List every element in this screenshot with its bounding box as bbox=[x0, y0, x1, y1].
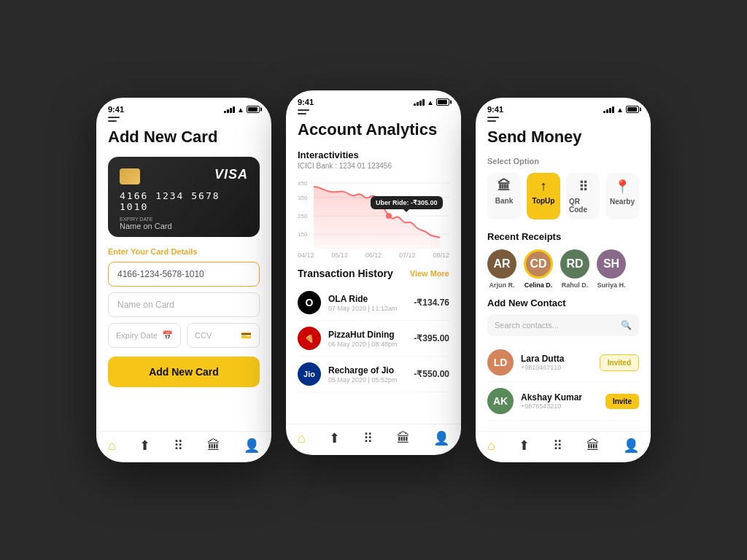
menu-icon-1[interactable] bbox=[96, 117, 271, 128]
avatar-arjun[interactable]: AR Arjun R. bbox=[487, 249, 516, 289]
phone-analytics: 9:41 ▲ Account Analytics Interactivities… bbox=[286, 90, 461, 455]
home-icon-3: ⌂ bbox=[487, 438, 495, 454]
contact-lara: LD Lara Dutta +9810467110 Invited bbox=[487, 343, 639, 382]
card-visual: VISA 4166 1234 5678 1010 Expiry Date Nam… bbox=[108, 157, 260, 237]
menu-icon-3[interactable] bbox=[476, 117, 651, 128]
transaction-ola: O OLA Ride 07 May 2020 | 11:12am -₹134.7… bbox=[298, 285, 449, 321]
qr-icon-1: ⠿ bbox=[174, 438, 183, 454]
add-card-title: Add New Card bbox=[108, 128, 260, 147]
wifi-icon-2: ▲ bbox=[427, 98, 434, 106]
rahul-avatar: RD bbox=[560, 249, 589, 279]
svg-text:350: 350 bbox=[298, 195, 308, 201]
send-money-title: Send Money bbox=[487, 128, 639, 147]
calendar-icon: 📅 bbox=[162, 330, 173, 341]
lara-invited-btn[interactable]: Invited bbox=[600, 354, 639, 371]
send-icon-1: ⬆ bbox=[139, 438, 150, 454]
option-bank[interactable]: 🏛 Bank bbox=[487, 173, 521, 219]
analytics-title: Account Analytics bbox=[298, 120, 449, 139]
contact-akshay: AK Akshay Kumar +9876543210 Invite bbox=[487, 382, 639, 421]
nav-home-1[interactable]: ⌂ bbox=[108, 438, 116, 454]
svg-text:250: 250 bbox=[298, 213, 308, 219]
phone3-content: Send Money Select Option 🏛 Bank ↑ TopUp … bbox=[476, 128, 651, 431]
chart-subtitle: ICICI Bank : 1234 01 123456 bbox=[298, 162, 449, 170]
nav-bank-3[interactable]: 🏛 bbox=[587, 438, 600, 454]
search-icon: 🔍 bbox=[621, 320, 632, 330]
chart-title: Interactivities bbox=[298, 149, 449, 160]
transaction-header: Transaction History View More bbox=[298, 268, 449, 279]
add-card-button[interactable]: Add New Card bbox=[108, 357, 260, 387]
nav-profile-2[interactable]: 👤 bbox=[433, 430, 449, 446]
view-more-btn[interactable]: View More bbox=[410, 269, 449, 278]
ola-info: OLA Ride 07 May 2020 | 11:12am bbox=[328, 294, 414, 312]
akshay-invite-btn[interactable]: Invite bbox=[605, 394, 639, 409]
recent-section: Recent Receipts AR Arjun R. CD Celina D.… bbox=[487, 231, 639, 289]
nav-send-3[interactable]: ⬆ bbox=[519, 438, 530, 454]
name-input[interactable]: Name on Card bbox=[108, 292, 260, 317]
ccv-input[interactable]: CCV 💳 bbox=[187, 323, 260, 348]
select-option-label: Select Option bbox=[487, 157, 639, 166]
nav-profile-1[interactable]: 👤 bbox=[244, 438, 260, 454]
battery-icon-1 bbox=[247, 106, 260, 113]
home-icon-1: ⌂ bbox=[108, 438, 116, 454]
menu-icon-2[interactable] bbox=[286, 109, 461, 120]
expiry-label: Expiry Date bbox=[120, 217, 172, 222]
chart-tooltip: Uber Ride: -₹305.00 bbox=[371, 196, 443, 209]
phone-send-money: 9:41 ▲ Send Money Select Option 🏛 Bank bbox=[476, 98, 651, 462]
chart-x-labels: 04/12 05/12 06/12 07/12 08/12 bbox=[298, 252, 449, 259]
battery-icon-3 bbox=[626, 106, 639, 113]
nav-qr-3[interactable]: ⠿ bbox=[553, 438, 562, 454]
option-nearby[interactable]: 📍 Nearby bbox=[605, 173, 639, 219]
nav-bank-2[interactable]: 🏛 bbox=[397, 431, 410, 446]
nav-bank-1[interactable]: 🏛 bbox=[207, 438, 220, 454]
lara-info: Lara Dutta +9810467110 bbox=[521, 354, 600, 371]
akshay-avatar: AK bbox=[487, 388, 514, 414]
bank-option-icon: 🏛 bbox=[498, 179, 511, 194]
bank-icon-2: 🏛 bbox=[397, 431, 410, 446]
status-bar-3: 9:41 ▲ bbox=[476, 98, 651, 117]
avatar-celina[interactable]: CD Celina D. bbox=[524, 249, 553, 289]
phone1-content: Add New Card VISA 4166 1234 5678 1010 Ex… bbox=[96, 128, 271, 431]
status-icons-1: ▲ bbox=[224, 106, 260, 114]
lara-avatar: LD bbox=[487, 349, 514, 376]
bottom-nav-3: ⌂ ⬆ ⠿ 🏛 👤 bbox=[476, 431, 651, 462]
credit-card-icon: 💳 bbox=[241, 330, 252, 341]
option-topup[interactable]: ↑ TopUp bbox=[527, 173, 560, 219]
status-time-3: 9:41 bbox=[487, 105, 503, 114]
expiry-input[interactable]: Expiry Date 📅 bbox=[108, 323, 181, 348]
pizza-amount: -₹395.00 bbox=[414, 333, 449, 343]
nav-send-1[interactable]: ⬆ bbox=[139, 438, 150, 454]
signal-icon-2 bbox=[414, 98, 425, 106]
card-number-input[interactable]: 4166-1234-5678-1010 bbox=[108, 262, 260, 287]
nav-qr-1[interactable]: ⠿ bbox=[174, 438, 183, 454]
avatar-rahul[interactable]: RD Rahul D. bbox=[560, 249, 589, 289]
svg-text:450: 450 bbox=[298, 180, 308, 187]
avatar-suriya[interactable]: SH Suriya H. bbox=[597, 249, 626, 289]
arjun-avatar: AR bbox=[487, 249, 516, 279]
nav-profile-3[interactable]: 👤 bbox=[623, 438, 639, 454]
akshay-info: Akshay Kumar +9876543210 bbox=[521, 392, 605, 410]
phone-add-card: 9:41 ▲ Add New Card VISA 4166 1234 5678 … bbox=[96, 98, 271, 462]
pizza-info: PizzaHut Dining 06 May 2020 | 08:48pm bbox=[328, 330, 414, 348]
svg-text:150: 150 bbox=[298, 231, 308, 238]
nav-send-2[interactable]: ⬆ bbox=[329, 430, 340, 446]
recent-title: Recent Receipts bbox=[487, 231, 639, 242]
qr-option-icon: ⠿ bbox=[578, 179, 588, 195]
battery-icon-2 bbox=[436, 98, 449, 106]
nav-home-3[interactable]: ⌂ bbox=[487, 438, 495, 454]
card-name-text: Name on Card bbox=[120, 222, 172, 230]
bank-icon-3: 🏛 bbox=[587, 438, 600, 454]
transaction-title: Transaction History bbox=[298, 268, 393, 279]
home-icon-2: ⌂ bbox=[298, 431, 306, 446]
profile-icon-2: 👤 bbox=[433, 430, 449, 446]
transaction-jio: Jio Recharge of Jio 05 May 2020 | 05:52p… bbox=[298, 357, 449, 392]
suriya-avatar: SH bbox=[597, 249, 626, 279]
status-time-2: 9:41 bbox=[298, 98, 314, 106]
search-bar[interactable]: Search contacts... 🔍 bbox=[487, 314, 639, 336]
nearby-option-icon: 📍 bbox=[614, 179, 630, 195]
card-bottom: Expiry Date Name on Card bbox=[120, 217, 248, 230]
phone2-content: Account Analytics Interactivities ICICI … bbox=[286, 120, 461, 424]
options-grid: 🏛 Bank ↑ TopUp ⠿ QR Code 📍 Nearby bbox=[487, 173, 639, 219]
nav-qr-2[interactable]: ⠿ bbox=[363, 430, 373, 446]
option-qrcode[interactable]: ⠿ QR Code bbox=[566, 173, 600, 219]
nav-home-2[interactable]: ⌂ bbox=[298, 431, 306, 446]
